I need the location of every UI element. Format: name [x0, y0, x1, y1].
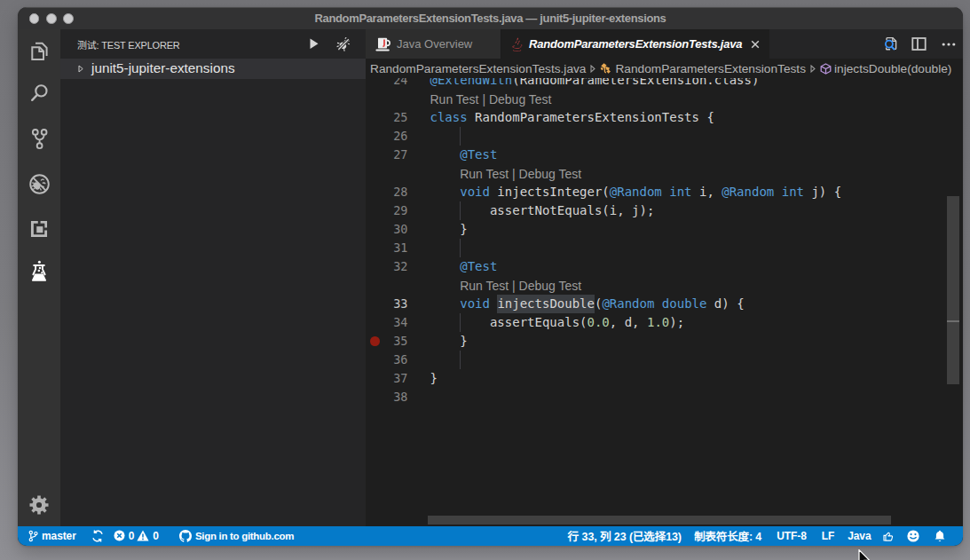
line-number: 31	[366, 239, 408, 257]
github-signin-label: Sign in to github.com	[195, 531, 294, 541]
feedback-smiley-icon[interactable]	[907, 530, 919, 542]
code-line[interactable]: Run Test | Debug Test	[366, 90, 963, 108]
cursor-position-label: 行 33, 列 23 (已选择13)	[568, 527, 682, 544]
more-actions-icon[interactable]	[934, 42, 963, 47]
code-line[interactable]: 24@ExtendWith(RandomParametersExtension.…	[366, 78, 963, 90]
debug-icon[interactable]	[18, 172, 60, 196]
sidebar-header: 测试: TEST EXPLORER	[60, 29, 366, 59]
split-editor-icon[interactable]	[904, 36, 934, 51]
status-bar-left: master 0	[28, 530, 294, 542]
code-line[interactable]: Run Test | Debug Test	[366, 164, 963, 183]
indent-guide-line	[460, 127, 461, 146]
code-line[interactable]: 35 }	[366, 332, 963, 351]
code-text: }	[430, 220, 468, 239]
tree-item-junit5-jupiter-extensions[interactable]: junit5-jupiter-extensions	[60, 59, 366, 79]
search-icon[interactable]	[18, 83, 60, 106]
code-line[interactable]: 25class RandomParametersExtensionTests {	[366, 108, 963, 127]
cursor-position-status[interactable]: 行 33, 列 23 (已选择13)	[568, 527, 682, 544]
extensions-icon[interactable]	[18, 217, 60, 240]
tab-label: RandomParametersExtensionTests.java	[529, 37, 742, 51]
class-symbol-icon	[600, 62, 612, 75]
settings-gear-icon[interactable]	[18, 493, 60, 517]
breadcrumb-class[interactable]: RandomParametersExtensionTests	[600, 62, 806, 75]
warnings-status[interactable]: 0	[137, 530, 159, 542]
warning-count: 0	[153, 530, 159, 542]
code-text: }	[430, 332, 468, 351]
line-number: 38	[366, 388, 408, 406]
test-explorer-icon[interactable]	[18, 260, 60, 284]
source-control-icon[interactable]	[18, 127, 60, 151]
eol-label: LF	[822, 530, 834, 542]
language-mode-status[interactable]: Java	[848, 530, 871, 542]
debug-all-tests-icon[interactable]	[336, 29, 351, 59]
code-line[interactable]: 32 @Test	[366, 257, 963, 276]
line-number: 32	[366, 257, 408, 276]
editor-group: Java Overview RandomParametersExtensionT…	[366, 29, 963, 526]
breadcrumb-class-label: RandomParametersExtensionTests	[615, 62, 806, 75]
run-all-tests-icon[interactable]	[310, 29, 319, 59]
code-text: @ExtendWith(RandomParametersExtension.cl…	[430, 78, 760, 90]
tab-label: Java Overview	[397, 37, 472, 51]
java-overview-icon	[375, 37, 390, 51]
breadcrumb-method-label: injectsDouble(double)	[834, 62, 951, 75]
eol-status[interactable]: LF	[822, 530, 834, 542]
sidebar-title: 测试: TEST EXPLORER	[77, 37, 180, 51]
code-line[interactable]: 30 }	[366, 220, 963, 239]
breadcrumb-file[interactable]: RandomParametersExtensionTests.java	[370, 62, 586, 75]
indent-guide-line	[460, 351, 461, 369]
method-symbol-icon	[820, 63, 832, 75]
line-number: 33	[366, 295, 408, 313]
breadcrumbs: RandomParametersExtensionTests.java Rand…	[366, 59, 963, 78]
notifications-bell-icon[interactable]	[934, 530, 946, 542]
open-search-icon[interactable]	[875, 35, 904, 52]
horizontal-scrollbar[interactable]	[428, 516, 891, 525]
codelens-run-debug[interactable]: Run Test | Debug Test	[460, 276, 581, 296]
code-text: assertNotEquals(i, j);	[430, 201, 655, 220]
code-line[interactable]: Run Test | Debug Test	[366, 276, 963, 295]
code-line[interactable]: 29 assertNotEquals(i, j);	[366, 201, 963, 220]
codelens-run-debug[interactable]: Run Test | Debug Test	[430, 90, 552, 109]
breadcrumb-separator-icon	[810, 65, 816, 73]
vscode-window: RandomParametersExtensionTests.java — ju…	[18, 7, 963, 546]
window-title: RandomParametersExtensionTests.java — ju…	[18, 7, 963, 30]
indentation-status[interactable]: 制表符长度: 4	[694, 527, 761, 544]
code-line[interactable]: 28 void injectsInteger(@Random int i, @R…	[366, 183, 963, 201]
encoding-status[interactable]: UTF-8	[777, 530, 807, 542]
code-text: void injectsDouble(@Random double d) {	[430, 295, 745, 313]
github-signin-status[interactable]: Sign in to github.com	[179, 530, 294, 542]
vertical-scrollbar[interactable]	[947, 196, 959, 384]
code-line[interactable]: 33 void injectsDouble(@Random double d) …	[366, 295, 963, 313]
codelens-run-debug[interactable]: Run Test | Debug Test	[460, 164, 581, 184]
git-branch-status[interactable]: master	[28, 530, 76, 542]
breadcrumb-method[interactable]: injectsDouble(double)	[820, 62, 951, 75]
status-bar: master 0	[18, 526, 963, 547]
code-line[interactable]: 38	[366, 388, 963, 406]
code-line[interactable]: 34 assertEquals(0.0, d, 1.0);	[366, 313, 963, 332]
code-line[interactable]: 36	[366, 351, 963, 369]
line-number: 27	[366, 146, 408, 164]
titlebar: RandomParametersExtensionTests.java — ju…	[18, 7, 963, 29]
breadcrumb-separator-icon	[590, 65, 595, 73]
errors-status[interactable]: 0	[114, 530, 135, 542]
tab-random-parameters-extension-tests[interactable]: RandomParametersExtensionTests.java	[501, 29, 769, 59]
sync-status[interactable]	[91, 530, 104, 542]
close-tab-icon[interactable]	[751, 40, 760, 49]
error-count: 0	[129, 530, 135, 542]
tree-item-label: junit5-jupiter-extensions	[91, 60, 235, 76]
code-line[interactable]: 27 @Test	[366, 146, 963, 164]
overview-ruler-marker	[947, 320, 959, 322]
code-text: assertEquals(0.0, d, 1.0);	[430, 313, 685, 332]
sidebar-test-explorer: 测试: TEST EXPLORER junit5-jupiter-extensi…	[60, 29, 366, 526]
java-status-icon[interactable]	[882, 530, 895, 542]
tab-java-overview[interactable]: Java Overview	[366, 29, 501, 59]
code-editor[interactable]: 24@ExtendWith(RandomParametersExtension.…	[366, 78, 963, 526]
code-line[interactable]: 26	[366, 127, 963, 146]
editor-actions	[875, 29, 963, 59]
code-line[interactable]: 37}	[366, 369, 963, 388]
explorer-icon[interactable]	[18, 39, 60, 62]
code-text: @Test	[430, 257, 498, 276]
indent-guide-line	[460, 239, 461, 257]
code-line[interactable]: 31	[366, 239, 963, 257]
minimize-window-button[interactable]	[46, 13, 57, 24]
workbench-main: 测试: TEST EXPLORER junit5-jupiter-extensi…	[18, 29, 963, 526]
